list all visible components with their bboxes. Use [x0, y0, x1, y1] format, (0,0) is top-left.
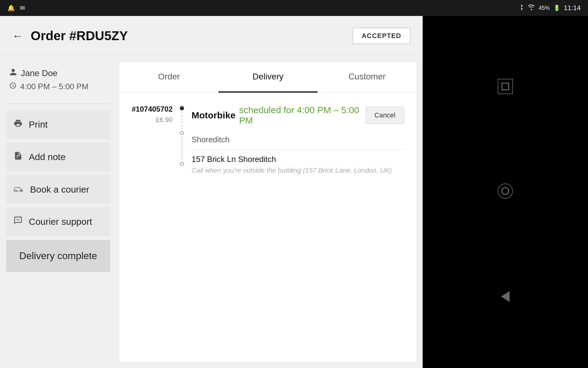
sidebar-divider — [6, 104, 110, 104]
status-right-icons: 45% 🔋 11:14 — [518, 4, 581, 12]
square-nav-icon[interactable] — [498, 79, 513, 94]
courier-icon — [13, 184, 24, 195]
waypoint-dot — [180, 131, 184, 135]
support-icon — [13, 216, 23, 228]
right-nav-bar — [423, 16, 588, 368]
mail-icon: ✉ — [20, 4, 25, 12]
print-label: Print — [29, 119, 48, 130]
dropoff-note: Call when you're outside the building (1… — [191, 167, 404, 174]
customer-name-row: Jane Doe — [9, 68, 107, 78]
main-content-area: Jane Doe 4:00 PM – 5:00 PM Print — [0, 56, 423, 368]
book-courier-button[interactable]: Book a courier — [6, 175, 110, 204]
dropoff-address: 157 Brick Ln Shoreditch — [191, 155, 404, 164]
delivery-id-col: #107405702 £6.90 — [132, 105, 172, 174]
clock-icon — [9, 82, 17, 91]
svg-point-6 — [502, 188, 509, 194]
tab-customer[interactable]: Customer — [318, 62, 417, 93]
delivery-details-col: Motorbike scheduled for 4:00 PM – 5:00 P… — [191, 105, 404, 174]
print-icon — [13, 119, 23, 130]
book-courier-label: Book a courier — [30, 184, 89, 195]
clock-time: 11:14 — [564, 4, 581, 12]
wifi-icon — [528, 5, 535, 12]
battery-level: 45% — [539, 5, 550, 11]
courier-support-label: Courier support — [29, 217, 92, 227]
main-panel: Order Delivery Customer #107405702 £6.90 — [119, 62, 417, 362]
destination-dot — [180, 162, 184, 166]
svg-point-4 — [19, 219, 20, 220]
delivery-complete-button[interactable]: Delivery complete — [6, 240, 110, 272]
route-line-bottom — [182, 136, 182, 161]
delivery-panel: #107405702 £6.90 Motorbike — [119, 93, 417, 362]
battery-icon: 🔋 — [553, 5, 560, 11]
customer-name-text: Jane Doe — [21, 68, 58, 78]
person-icon — [9, 68, 17, 78]
delivery-price: £6.90 — [132, 116, 172, 124]
back-button[interactable]: ← — [12, 29, 23, 42]
add-note-button[interactable]: Add note — [6, 143, 110, 171]
cancel-delivery-button[interactable]: Cancel — [366, 107, 404, 124]
origin-dot — [180, 106, 184, 110]
tab-delivery[interactable]: Delivery — [218, 62, 317, 93]
notification-icon: 🔔 — [7, 4, 15, 12]
route-line-top — [182, 112, 182, 130]
status-left-icons: 🔔 ✉ — [7, 4, 25, 12]
scheduled-text: scheduled for 4:00 PM – 5:00 PM — [239, 105, 362, 126]
back-nav-icon[interactable] — [498, 288, 513, 305]
print-button[interactable]: Print — [6, 110, 110, 139]
svg-rect-5 — [502, 83, 509, 90]
page-header: ← Order #RDU5ZY ACCEPTED — [0, 16, 423, 56]
time-slot-row: 4:00 PM – 5:00 PM — [9, 82, 107, 91]
delivery-item-row: #107405702 £6.90 Motorbike — [132, 105, 404, 174]
status-bar: 🔔 ✉ 45% 🔋 11:14 — [0, 0, 588, 16]
time-slot-text: 4:00 PM – 5:00 PM — [20, 82, 89, 91]
page-title: Order #RDU5ZY — [31, 29, 352, 43]
tab-order[interactable]: Order — [119, 62, 218, 93]
customer-info: Jane Doe 4:00 PM – 5:00 PM — [6, 65, 110, 101]
status-badge: ACCEPTED — [352, 28, 410, 44]
vehicle-row: Motorbike scheduled for 4:00 PM – 5:00 P… — [191, 105, 404, 126]
pickup-area: Shoreditch — [191, 135, 404, 144]
delivery-id: #107405702 — [132, 105, 172, 113]
route-separator — [191, 149, 404, 150]
delivery-dots-col — [180, 105, 184, 174]
svg-point-3 — [18, 219, 19, 220]
circle-nav-icon[interactable] — [498, 183, 513, 199]
courier-support-button[interactable]: Courier support — [6, 207, 110, 236]
bluetooth-icon — [518, 4, 524, 12]
vehicle-type: Motorbike — [191, 110, 235, 121]
sidebar: Jane Doe 4:00 PM – 5:00 PM Print — [0, 56, 116, 368]
svg-point-2 — [17, 219, 17, 220]
delivery-complete-label: Delivery complete — [19, 250, 97, 262]
svg-point-0 — [15, 190, 17, 192]
tab-bar: Order Delivery Customer — [119, 62, 417, 93]
add-note-icon — [13, 151, 23, 163]
add-note-label: Add note — [29, 152, 66, 162]
device-screen: ← Order #RDU5ZY ACCEPTED Jane Doe 4:00 P… — [0, 16, 423, 368]
